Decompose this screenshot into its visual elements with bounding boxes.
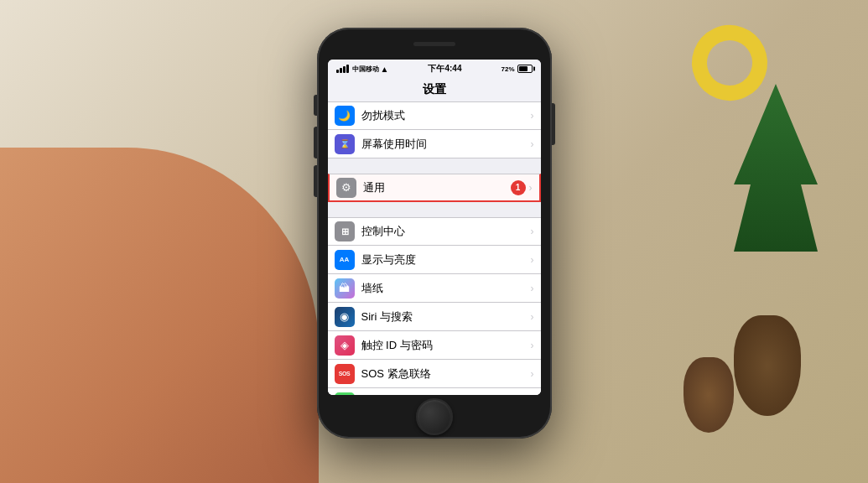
- iphone-screen: 中国移动 ▲ 下午4:44 72% 设置 🌙 勿扰模式 ›: [328, 60, 541, 395]
- control-center-icon: ⊞: [335, 221, 355, 242]
- touch-id-icon: ◈: [335, 335, 355, 356]
- settings-item-control-center[interactable]: ⊞ 控制中心 ›: [328, 217, 541, 246]
- battery-settings-icon: 🔋: [335, 392, 355, 396]
- wifi-icon: ▲: [381, 65, 389, 74]
- carrier-label: 中国移动: [352, 65, 379, 74]
- general-icon: ⚙: [336, 178, 356, 198]
- decorative-pine-cone: [734, 315, 801, 416]
- section-gap-1: [328, 158, 541, 174]
- sos-label: SOS 紧急联络: [361, 366, 531, 382]
- chevron-icon: ›: [531, 254, 534, 266]
- screen-time-label: 屏幕使用时间: [361, 137, 531, 152]
- chevron-icon: ›: [531, 368, 534, 380]
- settings-item-display[interactable]: AA 显示与亮度 ›: [328, 246, 541, 274]
- settings-item-general[interactable]: ⚙ 通用 1 ›: [328, 174, 541, 202]
- volume-down-button: [314, 165, 317, 197]
- display-label: 显示与亮度: [361, 252, 531, 267]
- battery-label: 电池: [361, 395, 531, 396]
- settings-item-battery[interactable]: 🔋 电池 ›: [328, 388, 541, 395]
- chevron-icon: ›: [529, 182, 533, 194]
- wallpaper-label: 墙纸: [361, 281, 531, 296]
- battery-percent: 72%: [501, 65, 514, 73]
- chevron-icon: ›: [531, 283, 534, 294]
- status-left: 中国移动 ▲: [336, 65, 389, 74]
- display-icon: AA: [335, 250, 355, 270]
- signal-bars: [336, 65, 349, 73]
- section-gap-2: [328, 202, 541, 217]
- battery-icon: [517, 65, 533, 73]
- do-not-disturb-label: 勿扰模式: [361, 108, 531, 123]
- settings-item-siri[interactable]: ◉ Siri 与搜索 ›: [328, 303, 541, 331]
- mute-switch: [314, 95, 317, 116]
- settings-list: 🌙 勿扰模式 › ⌛ 屏幕使用时间 › ⚙ 通用 1 ›: [328, 101, 541, 395]
- status-bar: 中国移动 ▲ 下午4:44 72%: [328, 60, 541, 78]
- settings-item-touch-id[interactable]: ◈ 触控 ID 与密码 ›: [328, 331, 541, 360]
- sos-icon: SOS: [335, 364, 355, 384]
- volume-up-button: [314, 127, 317, 158]
- wallpaper-icon: 🏔: [335, 278, 355, 299]
- siri-label: Siri 与搜索: [361, 309, 531, 325]
- settings-item-do-not-disturb[interactable]: 🌙 勿扰模式 ›: [328, 101, 541, 130]
- chevron-icon: ›: [531, 110, 534, 122]
- nav-bar: 设置: [328, 78, 541, 101]
- chevron-icon: ›: [531, 340, 534, 351]
- chevron-icon: ›: [531, 311, 534, 323]
- do-not-disturb-icon: 🌙: [335, 106, 355, 126]
- general-label: 通用: [363, 180, 511, 195]
- speaker-grille: [413, 42, 455, 46]
- control-center-label: 控制中心: [361, 224, 531, 239]
- siri-icon: ◉: [335, 307, 355, 327]
- chevron-icon: ›: [531, 226, 534, 237]
- touch-id-label: 触控 ID 与密码: [361, 338, 531, 353]
- status-right: 72%: [501, 65, 532, 73]
- decorative-pine-cone-2: [683, 357, 734, 433]
- iphone-top-area: [317, 28, 552, 60]
- section-3: ⊞ 控制中心 › AA 显示与亮度 › 🏔 墙纸 › ◉ Siri 与搜索: [328, 217, 541, 395]
- power-button: [552, 103, 555, 145]
- home-button[interactable]: [416, 398, 453, 435]
- chevron-icon: ›: [531, 138, 534, 150]
- settings-item-screen-time[interactable]: ⌛ 屏幕使用时间 ›: [328, 130, 541, 158]
- section-2: ⚙ 通用 1 ›: [328, 174, 541, 202]
- iphone-bottom: [317, 395, 552, 439]
- section-1: 🌙 勿扰模式 › ⌛ 屏幕使用时间 ›: [328, 101, 541, 158]
- iphone-device: 中国移动 ▲ 下午4:44 72% 设置 🌙 勿扰模式 ›: [317, 28, 552, 439]
- general-badge: 1: [511, 180, 526, 195]
- settings-item-sos[interactable]: SOS SOS 紧急联络 ›: [328, 360, 541, 388]
- settings-item-wallpaper[interactable]: 🏔 墙纸 ›: [328, 274, 541, 303]
- battery-fill: [519, 66, 528, 71]
- screen-time-icon: ⌛: [335, 134, 355, 154]
- time-display: 下午4:44: [428, 63, 461, 75]
- screen-title: 设置: [423, 82, 446, 97]
